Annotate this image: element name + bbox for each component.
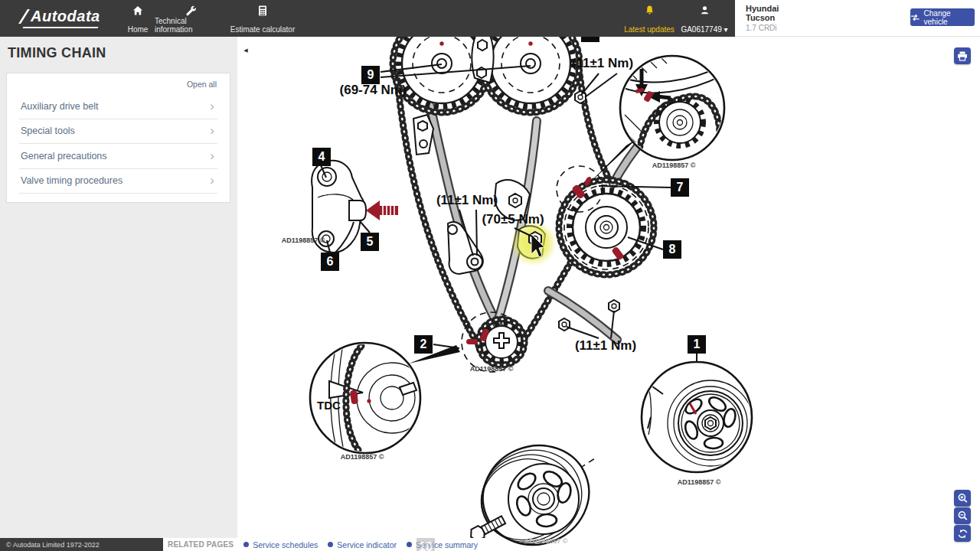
torque-label-bottom-right: (11±1 Nm) xyxy=(575,338,636,354)
change-vehicle-label: Change vehicle xyxy=(924,9,975,26)
bullet-dot-icon xyxy=(243,542,249,547)
callout-5: 5 xyxy=(361,233,379,251)
sidebar-item-label: Auxiliary drive belt xyxy=(19,101,98,112)
printer-icon xyxy=(957,51,968,61)
nav-item-estimate-calculator[interactable]: Estimate calculator xyxy=(227,5,298,34)
autodata-app: 3 9 4 5 6 7 8 2 1 10 (69-74 Nm) (11±1 Nm… xyxy=(0,0,980,551)
collapse-arrow-icon: ◀ xyxy=(243,47,247,54)
top-chain-guide xyxy=(472,34,493,83)
tdc-label: TDC xyxy=(317,399,341,412)
callout-7: 7 xyxy=(671,178,689,197)
zoom-in-button[interactable] xyxy=(954,490,971,507)
chevron-right-icon: › xyxy=(210,177,217,184)
inset-top-right xyxy=(619,44,726,160)
callout-1: 1 xyxy=(688,335,706,354)
nav-item-label: Estimate calculator xyxy=(230,25,295,34)
chevron-right-icon: › xyxy=(210,103,217,110)
copyright-text: © Autodata Limited 1972-2022 xyxy=(6,541,100,549)
sidebar-item-label: Valve timing procedures xyxy=(19,175,122,186)
vehicle-model: Tucson xyxy=(746,13,779,22)
bottom-pulley xyxy=(466,429,604,551)
print-button[interactable] xyxy=(954,47,971,64)
bullet-dot-icon xyxy=(407,542,412,547)
image-watermark: AD1198857 © xyxy=(678,478,721,486)
related-pages-label: RELATED PAGES xyxy=(168,540,234,549)
latest-updates-button[interactable]: Latest updates xyxy=(622,5,677,34)
related-link-service-schedules[interactable]: Service schedules xyxy=(243,540,318,549)
top-navbar: Autodata Home Technical information xyxy=(0,0,980,37)
sidebar-item-label: General precautions xyxy=(19,151,107,161)
user-icon xyxy=(699,5,710,16)
sidebar-menu-list: Auxiliary drive belt › Special tools › G… xyxy=(7,94,230,194)
nav-item-technical-information[interactable]: Technical information xyxy=(155,5,225,34)
autodata-logo[interactable]: Autodata xyxy=(23,8,100,25)
chevron-right-icon: › xyxy=(210,127,217,135)
sidebar-item-auxiliary-drive-belt[interactable]: Auxiliary drive belt › xyxy=(19,94,217,119)
callout-2: 2 xyxy=(414,335,433,354)
zoom-out-button[interactable] xyxy=(954,507,971,524)
callout-4: 4 xyxy=(312,148,331,166)
calculator-icon xyxy=(256,5,269,17)
sidebar-item-general-precautions[interactable]: General precautions › xyxy=(19,144,217,169)
vehicle-info: Hyundai Tucson 1.7 CRDi xyxy=(746,4,779,32)
bullet-dot-icon xyxy=(328,542,333,547)
nav-item-label: Home xyxy=(128,25,149,34)
reset-zoom-button[interactable] xyxy=(954,525,971,542)
image-watermark: AD1198857 © xyxy=(341,453,384,461)
latest-updates-label: Latest updates xyxy=(624,25,675,34)
bell-icon xyxy=(644,5,655,16)
sidebar-item-valve-timing-procedures[interactable]: Valve timing procedures › xyxy=(19,169,217,194)
home-icon xyxy=(132,5,144,17)
logo-slash xyxy=(18,9,30,24)
inset-crank-pulley xyxy=(642,362,753,472)
callout-10: 10 xyxy=(416,538,435,551)
zoom-in-icon xyxy=(957,493,969,504)
sidebar-item-label: Special tools xyxy=(19,126,75,136)
logo-underline xyxy=(22,27,98,28)
open-all-link[interactable]: Open all xyxy=(187,80,217,89)
crank-sprocket xyxy=(462,312,524,372)
nav-item-home[interactable]: Home xyxy=(122,5,153,34)
torque-label-top-right: (11±1 Nm) xyxy=(572,56,633,71)
related-pages-bar: RELATED PAGES Service schedules Service … xyxy=(163,538,485,551)
image-watermark: AD1198857 © xyxy=(470,365,514,373)
torque-label-tensioner: (70±5 Nm) xyxy=(482,212,544,227)
torque-label-mid-left: (11±1 Nm) xyxy=(436,193,498,208)
related-link-label: Service schedules xyxy=(253,540,318,549)
swap-arrows-icon xyxy=(910,14,920,21)
related-link-service-indicator[interactable]: Service indicator xyxy=(328,540,397,549)
account-menu[interactable]: GA0617749 ▾ xyxy=(678,5,731,34)
callout-9: 9 xyxy=(361,66,380,84)
logo-text: Autodata xyxy=(31,8,100,24)
vehicle-make: Hyundai xyxy=(746,4,779,13)
image-watermark: AD1198857 © xyxy=(524,537,568,545)
zoom-out-icon xyxy=(957,510,969,522)
navbar-vehicle-section: Hyundai Tucson 1.7 CRDi Change vehicle xyxy=(735,0,980,37)
navbar-dark-section: Autodata Home Technical information xyxy=(0,0,735,37)
vehicle-engine: 1.7 CRDi xyxy=(746,24,779,32)
change-vehicle-button[interactable]: Change vehicle xyxy=(910,8,975,26)
sidebar-menu-card: Open all Auxiliary drive belt › Special … xyxy=(6,73,230,203)
page-title: TIMING CHAIN xyxy=(8,45,106,61)
image-watermark: AD1198857 © xyxy=(282,236,325,244)
refresh-icon xyxy=(957,528,969,540)
tensioner-pin-arrow xyxy=(366,201,398,220)
sidebar-collapse-button[interactable]: ◀ xyxy=(238,41,253,60)
account-id: GA0617749 ▾ xyxy=(681,25,727,34)
callout-6: 6 xyxy=(321,253,339,271)
chevron-right-icon: › xyxy=(210,152,217,160)
vvt-sprocket xyxy=(557,166,654,275)
image-watermark: AD1198857 © xyxy=(652,161,696,169)
torque-label-cam: (69-74 Nm) xyxy=(340,83,407,98)
sidebar-item-special-tools[interactable]: Special tools › xyxy=(19,119,217,145)
copyright-bar: © Autodata Limited 1972-2022 xyxy=(0,538,163,551)
wrench-icon xyxy=(184,5,196,17)
inset-tdc xyxy=(310,343,427,453)
related-link-label: Service indicator xyxy=(337,540,397,549)
sidebar: TIMING CHAIN Open all Auxiliary drive be… xyxy=(0,37,237,538)
callout-8: 8 xyxy=(663,240,681,259)
nav-item-label: Technical information xyxy=(155,17,225,34)
